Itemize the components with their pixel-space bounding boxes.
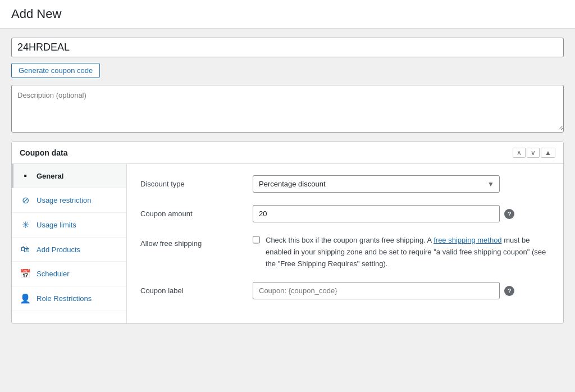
allow-free-shipping-label: Allow free shipping <box>140 235 241 248</box>
page-header: Add New <box>0 0 575 29</box>
main-content: Generate coupon code Coupon data ∧ ∨ ▲ ▪ <box>0 29 575 332</box>
allow-free-shipping-control: Check this box if the coupon grants free… <box>253 235 550 270</box>
page-wrapper: Add New Generate coupon code Coupon data… <box>0 0 575 392</box>
add-products-icon: 🛍 <box>20 244 31 254</box>
coupon-data-body: ▪ General ⊘ Usage restriction ✳ Usage li… <box>12 164 563 323</box>
coupon-amount-control: ? <box>253 205 550 222</box>
discount-type-control: Percentage discount Fixed cart discount … <box>253 175 550 193</box>
shipping-description: Check this box if the coupon grants free… <box>266 235 550 270</box>
tab-usage-restriction-label: Usage restriction <box>36 196 92 204</box>
coupon-code-wrap <box>11 38 564 57</box>
coupon-amount-with-help: ? <box>253 205 550 222</box>
coupon-amount-input[interactable] <box>253 205 500 222</box>
tab-role-restrictions-label: Role Restrictions <box>36 294 92 303</box>
coupon-data-title: Coupon data <box>20 148 68 157</box>
coupon-data-box: Coupon data ∧ ∨ ▲ ▪ General ⊘ Usage <box>11 142 564 323</box>
scheduler-icon: 📅 <box>20 268 31 279</box>
coupon-data-header: Coupon data ∧ ∨ ▲ <box>12 142 563 164</box>
coupon-label-help-icon[interactable]: ? <box>504 286 514 296</box>
tab-usage-limits-label: Usage limits <box>36 221 76 229</box>
allow-free-shipping-checkbox[interactable] <box>253 235 260 244</box>
checkbox-row: Check this box if the coupon grants free… <box>253 235 550 270</box>
sidebar-tabs: ▪ General ⊘ Usage restriction ✳ Usage li… <box>12 164 127 323</box>
arrow-up-button[interactable]: ∧ <box>513 148 526 158</box>
description-wrap <box>11 85 564 133</box>
usage-restriction-icon: ⊘ <box>20 195 31 206</box>
coupon-amount-label: Coupon amount <box>140 205 241 218</box>
field-row-discount-type: Discount type Percentage discount Fixed … <box>140 175 550 193</box>
tab-general-label: General <box>36 172 63 180</box>
discount-type-label: Discount type <box>140 175 241 188</box>
page-title: Add New <box>11 7 564 21</box>
tab-add-products-label: Add Products <box>36 245 80 254</box>
general-icon: ▪ <box>20 171 31 181</box>
tab-scheduler[interactable]: 📅 Scheduler <box>12 262 126 286</box>
arrow-down-button[interactable]: ∨ <box>527 148 540 158</box>
coupon-label-control: ? <box>253 282 550 299</box>
field-row-free-shipping: Allow free shipping Check this box if th… <box>140 235 550 270</box>
tab-usage-restriction[interactable]: ⊘ Usage restriction <box>12 188 126 213</box>
field-row-coupon-label: Coupon label ? <box>140 282 550 299</box>
role-restrictions-icon: 👤 <box>20 293 31 304</box>
usage-limits-icon: ✳ <box>20 220 31 230</box>
tab-usage-limits[interactable]: ✳ Usage limits <box>12 213 126 238</box>
tab-general[interactable]: ▪ General <box>12 164 126 188</box>
discount-type-select[interactable]: Percentage discount Fixed cart discount … <box>253 175 500 193</box>
discount-type-select-wrap: Percentage discount Fixed cart discount … <box>253 175 500 193</box>
header-arrows: ∧ ∨ ▲ <box>513 148 555 158</box>
generate-coupon-button[interactable]: Generate coupon code <box>11 63 100 78</box>
arrow-collapse-button[interactable]: ▲ <box>541 148 555 158</box>
tab-content-general: Discount type Percentage discount Fixed … <box>127 164 563 323</box>
coupon-label-input[interactable] <box>253 282 500 299</box>
free-shipping-link[interactable]: free shipping method <box>433 236 501 244</box>
tab-role-restrictions[interactable]: 👤 Role Restrictions <box>12 286 126 311</box>
tab-add-products[interactable]: 🛍 Add Products <box>12 238 126 262</box>
coupon-label-with-help: ? <box>253 282 550 299</box>
field-row-coupon-amount: Coupon amount ? <box>140 205 550 222</box>
coupon-code-input[interactable] <box>17 42 558 53</box>
tab-scheduler-label: Scheduler <box>36 270 70 278</box>
description-textarea[interactable] <box>12 85 563 130</box>
coupon-amount-help-icon[interactable]: ? <box>504 209 514 219</box>
coupon-label-label: Coupon label <box>140 282 241 295</box>
